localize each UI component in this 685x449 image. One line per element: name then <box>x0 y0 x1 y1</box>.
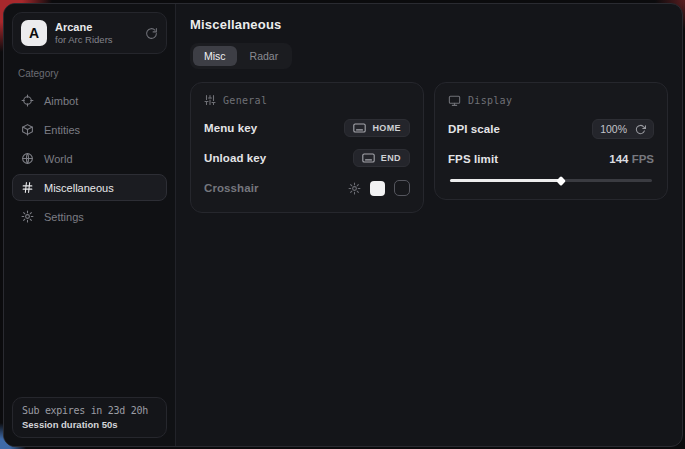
crosshair-settings-gear-icon[interactable] <box>348 182 361 195</box>
sidebar-item-label: Settings <box>44 211 84 223</box>
general-card-header: General <box>204 94 410 106</box>
category-label: Category <box>18 68 161 79</box>
fps-unit: FPS <box>632 153 654 165</box>
sidebar-item-label: Aimbot <box>44 95 78 107</box>
sub-expires-text: Sub expires in 23d 20h <box>22 405 157 416</box>
page-title: Miscellaneous <box>190 17 668 32</box>
cards-row: General Menu key HOME Unload key <box>190 82 668 213</box>
display-card-title: Display <box>468 95 512 106</box>
keyboard-icon <box>353 123 366 133</box>
unload-key-row: Unload key END <box>204 147 410 169</box>
refresh-icon[interactable] <box>145 27 158 40</box>
crosshair-checkbox[interactable] <box>394 180 410 196</box>
sidebar-item-entities[interactable]: Entities <box>12 116 167 143</box>
sidebar-item-label: World <box>44 153 73 165</box>
dpi-scale-row: DPI scale 100% <box>448 118 654 140</box>
sidebar-item-label: Entities <box>44 124 80 136</box>
crosshair-label: Crosshair <box>204 182 259 194</box>
main-content: Miscellaneous Misc Radar General Menu ke… <box>176 4 682 446</box>
sidebar-item-settings[interactable]: Settings <box>12 203 167 230</box>
general-card-title: General <box>223 95 267 106</box>
sidebar-item-world[interactable]: World <box>12 145 167 172</box>
unload-key-label: Unload key <box>204 152 266 164</box>
keyboard-icon <box>362 153 375 163</box>
sidebar-item-aimbot[interactable]: Aimbot <box>12 87 167 114</box>
fps-number: 144 <box>609 153 628 165</box>
brand-subtitle: for Arc Riders <box>55 34 137 45</box>
brand-text: Arcane for Arc Riders <box>55 21 137 46</box>
sidebar-item-miscellaneous[interactable]: Miscellaneous <box>12 174 167 201</box>
slider-thumb[interactable] <box>556 176 566 186</box>
menu-key-value: HOME <box>372 123 401 133</box>
tab-bar: Misc Radar <box>190 43 292 69</box>
dpi-scale-label: DPI scale <box>448 123 500 135</box>
crosshair-icon <box>21 94 35 107</box>
brand-card[interactable]: A Arcane for Arc Riders <box>12 12 167 54</box>
sidebar-nav: Aimbot Entities World Miscellaneous <box>12 87 167 230</box>
crosshair-color-swatch[interactable] <box>370 181 385 196</box>
menu-key-label: Menu key <box>204 122 257 134</box>
tab-misc[interactable]: Misc <box>193 46 237 66</box>
display-card: Display DPI scale 100% FPS limit 144 <box>434 82 668 200</box>
box-icon <box>21 123 35 136</box>
crosshair-row: Crosshair <box>204 177 410 199</box>
fps-limit-slider[interactable] <box>448 174 654 186</box>
unload-key-bind-button[interactable]: END <box>353 149 410 167</box>
crosshair-controls <box>348 180 410 196</box>
display-card-header: Display <box>448 94 654 107</box>
grid-icon <box>21 181 35 194</box>
menu-key-bind-button[interactable]: HOME <box>344 119 410 137</box>
rotate-icon[interactable] <box>635 124 646 135</box>
sidebar: A Arcane for Arc Riders Category Aimbot <box>4 4 176 446</box>
monitor-icon <box>448 94 461 107</box>
tab-radar[interactable]: Radar <box>239 46 290 66</box>
gear-icon <box>21 210 35 223</box>
app-window: A Arcane for Arc Riders Category Aimbot <box>3 3 683 447</box>
session-duration-text: Session duration 50s <box>22 419 157 430</box>
dpi-scale-stepper[interactable]: 100% <box>592 119 654 139</box>
avatar: A <box>21 20 47 46</box>
sliders-icon <box>204 94 216 106</box>
brand-title: Arcane <box>55 21 137 34</box>
dpi-scale-value: 100% <box>600 123 627 135</box>
fps-limit-value: 144 FPS <box>609 153 654 165</box>
general-card: General Menu key HOME Unload key <box>190 82 424 213</box>
menu-key-row: Menu key HOME <box>204 117 410 139</box>
globe-icon <box>21 152 35 165</box>
subscription-status-card: Sub expires in 23d 20h Session duration … <box>12 397 167 438</box>
unload-key-value: END <box>381 153 401 163</box>
slider-fill <box>450 179 563 182</box>
sidebar-item-label: Miscellaneous <box>44 182 114 194</box>
fps-limit-row: FPS limit 144 FPS <box>448 148 654 170</box>
fps-limit-label: FPS limit <box>448 153 498 165</box>
